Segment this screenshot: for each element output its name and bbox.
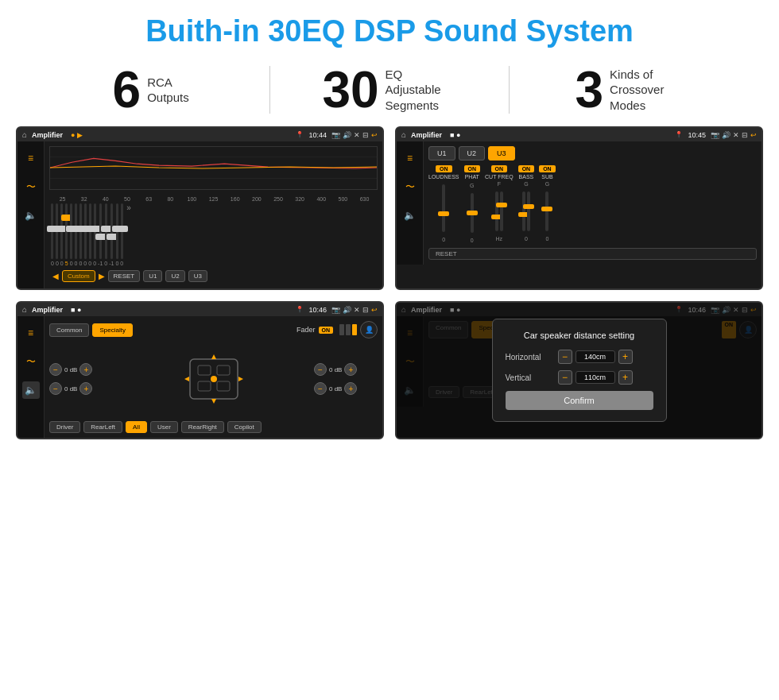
eq-icon[interactable]: ≡ bbox=[22, 149, 40, 167]
vertical-plus[interactable]: + bbox=[618, 370, 633, 385]
sub-slider[interactable] bbox=[545, 191, 548, 231]
location-icon-2: 📍 bbox=[675, 131, 683, 138]
eq-icon-3[interactable]: ≡ bbox=[22, 324, 40, 342]
crossover-main: U1 U2 U3 ON LOUDNESS 0 bbox=[424, 141, 762, 265]
time-3: 10:46 bbox=[308, 306, 327, 314]
driver-btn[interactable]: Driver bbox=[49, 421, 80, 433]
reset-btn-eq[interactable]: RESET bbox=[108, 270, 141, 282]
u3-btn-eq[interactable]: U3 bbox=[188, 270, 207, 282]
rr-minus[interactable]: − bbox=[314, 382, 327, 395]
wave-icon-3[interactable]: 〜 bbox=[22, 353, 40, 370]
right-volume-col: − 0 dB + − 0 dB + bbox=[314, 363, 378, 395]
fr-minus[interactable]: − bbox=[314, 363, 327, 376]
user-btn-fader[interactable]: User bbox=[150, 421, 178, 433]
home-icon-1[interactable]: ⌂ bbox=[22, 130, 27, 139]
reset-btn-crossover[interactable]: RESET bbox=[428, 248, 757, 260]
freq-125: 125 bbox=[203, 196, 223, 202]
eq-freq-labels: 25 32 40 50 63 80 100 125 160 200 250 32… bbox=[49, 195, 378, 203]
home-icon-2[interactable]: ⌂ bbox=[401, 130, 406, 139]
back-icon-1[interactable]: ↩ bbox=[371, 131, 378, 139]
status-bar-3: ⌂ Amplifier ■ ● 📍 10:46 📷 🔊 ✕ ⊟ ↩ bbox=[17, 303, 382, 316]
confirm-button[interactable]: Confirm bbox=[506, 391, 653, 410]
stat-number-eq: 30 bbox=[322, 64, 378, 115]
eq-slider-13: 0 bbox=[115, 203, 118, 267]
sub-toggle[interactable]: ON bbox=[539, 165, 556, 172]
rl-plus[interactable]: + bbox=[79, 382, 92, 395]
loudness-slider[interactable] bbox=[442, 184, 445, 232]
wave-icon-2[interactable]: 〜 bbox=[401, 178, 419, 195]
wave-icon[interactable]: 〜 bbox=[22, 178, 40, 195]
u2-btn-eq[interactable]: U2 bbox=[165, 270, 184, 282]
rear-left-btn[interactable]: RearLeft bbox=[83, 421, 122, 433]
speaker-icon[interactable]: 🔈 bbox=[22, 207, 40, 224]
eq-sliders-container: 0 0 0 5 bbox=[51, 203, 123, 267]
back-icon-2[interactable]: ↩ bbox=[750, 131, 757, 139]
vertical-minus[interactable]: − bbox=[558, 370, 572, 385]
front-left-vol: − 0 dB + bbox=[49, 363, 113, 376]
cutfreq-slider-1[interactable] bbox=[495, 191, 498, 231]
phat-toggle[interactable]: ON bbox=[464, 165, 481, 172]
fader-screen-inner: ≡ 〜 🔈 Common Specialty Fader ON bbox=[17, 316, 382, 438]
speaker-diagram bbox=[116, 343, 311, 415]
horizontal-row: Horizontal − 140cm + bbox=[506, 350, 653, 364]
eq-slider-8: 0 bbox=[88, 203, 91, 267]
stat-label-rca: RCA Outputs bbox=[147, 75, 189, 106]
prev-icon[interactable]: ◀ bbox=[52, 272, 59, 280]
speaker-icon-3[interactable]: 🔈 bbox=[22, 381, 40, 399]
eq-icon-2[interactable]: ≡ bbox=[401, 149, 419, 167]
sub-ctrl: ON SUB G 0 bbox=[539, 165, 556, 242]
loudness-toggle[interactable]: ON bbox=[436, 165, 452, 172]
home-icon-3[interactable]: ⌂ bbox=[22, 305, 27, 314]
svg-rect-5 bbox=[217, 365, 230, 375]
horizontal-minus[interactable]: − bbox=[558, 350, 572, 364]
rear-right-btn[interactable]: RearRight bbox=[181, 421, 224, 433]
app-name-3: Amplifier bbox=[32, 306, 63, 314]
rr-plus[interactable]: + bbox=[344, 382, 357, 395]
eq-screen-inner: ≡ 〜 🔈 bbox=[17, 141, 382, 288]
stats-row: 6 RCA Outputs 30 EQ Adjustable Segments … bbox=[0, 56, 779, 126]
fl-minus[interactable]: − bbox=[49, 363, 62, 376]
expand-icon[interactable]: » bbox=[126, 203, 131, 212]
horizontal-control: − 140cm + bbox=[558, 350, 633, 364]
freq-320: 320 bbox=[290, 196, 310, 202]
cutfreq-toggle[interactable]: ON bbox=[491, 165, 508, 172]
eq-left-sidebar: ≡ 〜 🔈 bbox=[17, 141, 45, 288]
u1-btn[interactable]: U1 bbox=[428, 146, 455, 160]
fader-on-badge[interactable]: ON bbox=[319, 327, 334, 334]
u3-btn[interactable]: U3 bbox=[488, 146, 515, 160]
next-icon[interactable]: ▶ bbox=[99, 272, 105, 280]
back-icon-3[interactable]: ↩ bbox=[371, 306, 378, 314]
bass-slider-1[interactable] bbox=[522, 191, 525, 231]
horizontal-plus[interactable]: + bbox=[618, 350, 633, 364]
rl-minus[interactable]: − bbox=[49, 382, 62, 395]
screens-grid: ⌂ Amplifier ● ▶ 📍 10:44 📷 🔊 ✕ ⊟ ↩ ≡ 〜 🔈 bbox=[0, 126, 779, 447]
eq-slider-5: 0 bbox=[75, 203, 78, 267]
time-2: 10:45 bbox=[688, 131, 706, 139]
stat-eq: 30 EQ Adjustable Segments bbox=[270, 64, 508, 115]
svg-marker-12 bbox=[238, 377, 243, 381]
fader-screen-card: ⌂ Amplifier ■ ● 📍 10:46 📷 🔊 ✕ ⊟ ↩ ≡ 〜 🔈 bbox=[16, 301, 384, 439]
eq-slider-3: 5 bbox=[65, 203, 68, 267]
u1-btn-eq[interactable]: U1 bbox=[143, 270, 162, 282]
phat-slider[interactable] bbox=[471, 193, 474, 233]
minimize-icon-1: ⊟ bbox=[362, 131, 369, 139]
bass-toggle[interactable]: ON bbox=[518, 165, 535, 172]
bass-slider-2[interactable] bbox=[527, 191, 530, 231]
cutfreq-slider-2[interactable] bbox=[500, 191, 503, 231]
stat-number-crossover: 3 bbox=[576, 64, 604, 115]
fr-plus[interactable]: + bbox=[344, 363, 357, 376]
eq-slider-14: 0 bbox=[120, 203, 123, 267]
sub-label: SUB bbox=[541, 174, 552, 180]
all-btn[interactable]: All bbox=[126, 421, 147, 433]
close-icon-2: ✕ bbox=[733, 131, 739, 139]
tab-specialty[interactable]: Specialty bbox=[92, 323, 132, 337]
stat-rca: 6 RCA Outputs bbox=[32, 64, 269, 115]
camera-icon-2: 📷 bbox=[711, 131, 719, 139]
u2-btn[interactable]: U2 bbox=[459, 146, 486, 160]
vertical-value: 110cm bbox=[576, 371, 615, 384]
copilot-btn[interactable]: Copilot bbox=[227, 421, 262, 433]
profile-icon[interactable]: 👤 bbox=[360, 321, 378, 338]
fl-plus[interactable]: + bbox=[79, 363, 92, 376]
tab-common[interactable]: Common bbox=[49, 323, 89, 337]
speaker-icon-2[interactable]: 🔈 bbox=[401, 207, 419, 224]
